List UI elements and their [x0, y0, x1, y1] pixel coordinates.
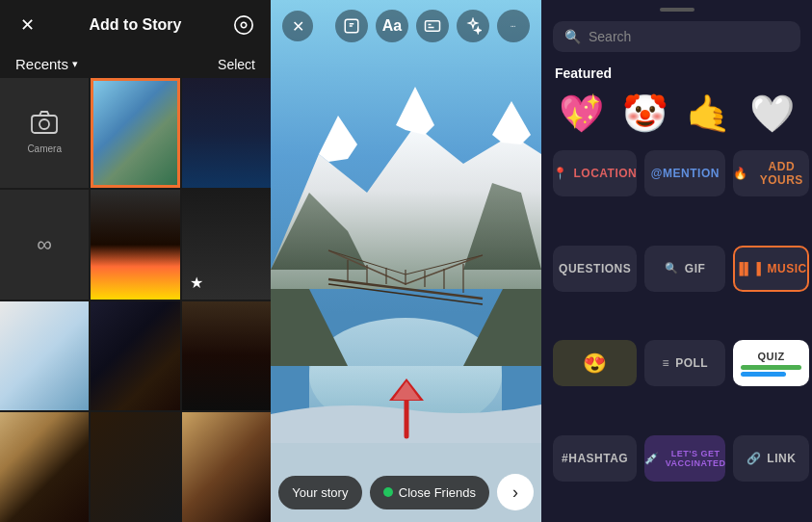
text-icon: Aa	[382, 17, 402, 35]
photo-thumbnail[interactable]	[182, 78, 271, 188]
svg-rect-2	[32, 116, 57, 133]
story-share-bar: Your story Close Friends ›	[278, 474, 534, 510]
arrow-up-icon	[378, 374, 435, 441]
svg-marker-34	[393, 381, 420, 400]
recents-label: Recents	[15, 56, 68, 72]
settings-icon[interactable]	[232, 13, 255, 37]
poll-sticker-button[interactable]: ≡ POLL	[644, 340, 725, 386]
story-editor-panel: ✕ Aa	[271, 0, 541, 522]
effects-tool-button[interactable]	[457, 10, 489, 42]
svg-point-0	[235, 16, 252, 34]
quiz-bar-green	[741, 365, 801, 370]
svg-point-1	[241, 22, 247, 28]
music-bars-icon: ▐▌▐	[735, 262, 761, 275]
recents-bar: Recents ▾ Select	[0, 50, 271, 78]
featured-stickers-row: 💖 🤡 🤙 🤍	[541, 87, 812, 150]
more-icon: ⋯	[511, 24, 516, 29]
photo-picker-panel: ✕ Add to Story Recents ▾ Select C	[0, 0, 271, 522]
search-icon: 🔍	[564, 29, 581, 44]
photo-grid: Camera ∞	[0, 78, 271, 522]
swipe-up-indicator	[378, 374, 435, 445]
close-friends-label: Close Friends	[399, 485, 476, 500]
chevron-down-icon: ▾	[72, 58, 78, 70]
stickers-panel: 🔍 Search Featured 💖 🤡 🤙 🤍 📍 LOCATION @ME…	[541, 0, 812, 522]
gif-sticker-button[interactable]: 🔍 GIF	[644, 246, 725, 292]
boomerang-cell[interactable]: ∞	[0, 190, 89, 300]
your-story-button[interactable]: Your story	[278, 476, 362, 509]
caption-tool-button[interactable]	[416, 10, 449, 42]
select-button[interactable]: Select	[218, 57, 255, 72]
add-to-story-title: Add to Story	[90, 16, 182, 34]
poll-icon: ≡	[663, 356, 670, 370]
camera-label: Camera	[27, 144, 62, 154]
link-icon: 🔗	[747, 452, 762, 465]
mention-sticker-button[interactable]: @MENTION	[644, 150, 725, 196]
green-dot-icon	[383, 487, 393, 497]
link-sticker-button[interactable]: 🔗 LINK	[733, 435, 808, 482]
vaccinated-icon: 💉	[644, 452, 660, 465]
quiz-bar-blue	[741, 372, 786, 377]
photo-thumbnail[interactable]	[0, 301, 89, 411]
story-close-button[interactable]: ✕	[282, 11, 313, 41]
search-input[interactable]: Search	[589, 29, 631, 44]
featured-sticker-2[interactable]: 🤡	[618, 87, 670, 141]
add-yours-sticker-button[interactable]: 🔥 ADD YOURS	[733, 150, 808, 196]
drag-handle[interactable]	[660, 8, 694, 12]
photo-thumbnail[interactable]	[0, 412, 89, 522]
quiz-bars	[741, 365, 801, 377]
panel1-header: ✕ Add to Story	[0, 0, 271, 50]
featured-sticker-4[interactable]: 🤍	[747, 87, 799, 141]
quiz-sticker-button[interactable]: QUIZ	[733, 340, 808, 386]
photo-thumbnail[interactable]	[91, 190, 179, 300]
questions-sticker-button[interactable]: QUESTIONS	[553, 246, 637, 292]
story-tool-icons: Aa ⋯	[335, 10, 530, 42]
infinity-icon: ∞	[37, 232, 52, 257]
featured-sticker-1[interactable]: 💖	[555, 87, 607, 141]
photo-thumbnail[interactable]	[91, 301, 179, 411]
location-sticker-button[interactable]: 📍 LOCATION	[553, 150, 637, 196]
hashtag-sticker-button[interactable]: #HASHTAG	[553, 435, 637, 482]
close-icon[interactable]: ✕	[15, 13, 39, 37]
photo-thumbnail[interactable]	[91, 412, 179, 522]
sticker-grid: 📍 LOCATION @MENTION 🔥 ADD YOURS QUESTION…	[541, 150, 812, 522]
text-tool-button[interactable]: Aa	[376, 10, 408, 42]
story-top-bar: ✕ Aa	[271, 10, 541, 42]
photo-thumbnail-selected[interactable]	[91, 78, 179, 188]
next-button[interactable]: ›	[497, 474, 534, 510]
close-friends-button[interactable]: Close Friends	[370, 476, 489, 509]
sticker-tool-button[interactable]	[335, 10, 368, 42]
music-sticker-button[interactable]: ▐▌▐ MUSIC	[733, 246, 808, 292]
emoji-slider-sticker-button[interactable]: 😍	[553, 340, 637, 386]
svg-point-3	[39, 119, 49, 129]
featured-label: Featured	[541, 58, 812, 87]
photo-thumbnail[interactable]	[182, 301, 271, 411]
camera-icon	[31, 111, 58, 140]
add-yours-icon: 🔥	[733, 167, 748, 180]
photo-thumbnail[interactable]	[182, 190, 271, 300]
photo-thumbnail[interactable]	[182, 412, 271, 522]
recents-dropdown[interactable]: Recents ▾	[15, 56, 78, 72]
camera-cell[interactable]: Camera	[0, 78, 89, 188]
featured-sticker-3[interactable]: 🤙	[683, 87, 735, 141]
vaccinated-sticker-button[interactable]: 💉 LET'S GET VACCINATED	[644, 435, 725, 482]
location-pin-icon: 📍	[553, 167, 568, 180]
more-options-button[interactable]: ⋯	[497, 10, 530, 42]
sticker-search-bar[interactable]: 🔍 Search	[553, 21, 800, 52]
svg-rect-30	[426, 21, 440, 32]
search-icon-small: 🔍	[665, 262, 679, 274]
